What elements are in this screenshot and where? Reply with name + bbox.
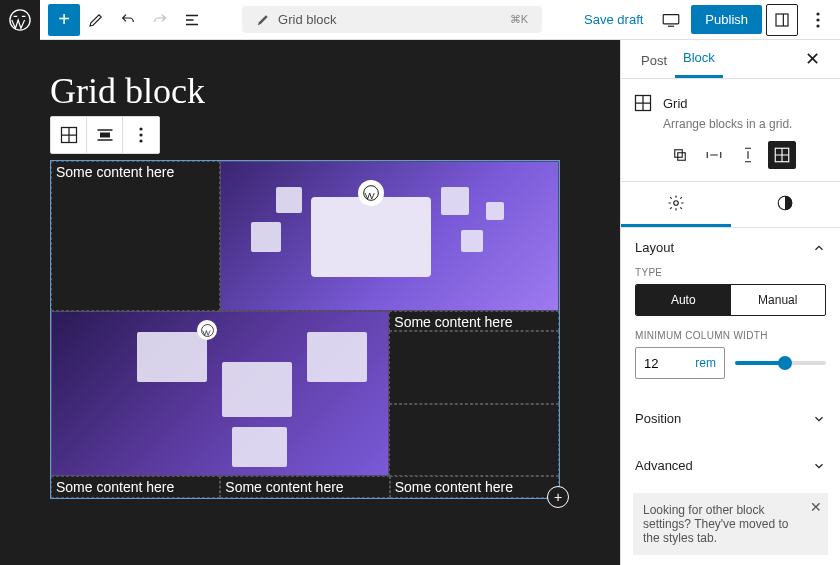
layout-type-manual[interactable]: Manual	[731, 285, 826, 315]
svg-rect-15	[677, 153, 685, 161]
transform-group-icon[interactable]	[666, 141, 694, 169]
settings-panel-toggle-icon[interactable]	[766, 4, 798, 36]
position-section-header[interactable]: Position	[621, 399, 840, 438]
settings-hint: Looking for other block settings? They'v…	[633, 493, 828, 555]
grid-block[interactable]: Some content here	[50, 160, 560, 499]
styles-tab-icon[interactable]	[731, 182, 841, 227]
svg-rect-7	[100, 133, 110, 138]
edit-tool-icon[interactable]	[80, 4, 112, 36]
grid-cell[interactable]: Some content here	[389, 311, 559, 331]
grid-cell[interactable]	[389, 331, 559, 404]
svg-point-5	[816, 24, 819, 27]
svg-rect-14	[674, 150, 682, 158]
pen-icon	[256, 13, 270, 27]
align-icon[interactable]	[87, 117, 123, 153]
tab-block[interactable]: Block	[675, 40, 723, 78]
add-block-button[interactable]: +	[48, 4, 80, 36]
grid-cell-image[interactable]	[51, 311, 389, 476]
transform-row-icon[interactable]	[700, 141, 728, 169]
shortcut-label: ⌘K	[510, 13, 528, 26]
svg-rect-1	[664, 14, 680, 23]
min-column-width-slider[interactable]	[735, 347, 826, 379]
svg-point-4	[816, 18, 819, 21]
grid-cell[interactable]: Some content here	[220, 476, 389, 498]
settings-tab-icon[interactable]	[621, 182, 731, 227]
layout-type-auto[interactable]: Auto	[636, 285, 731, 315]
tab-post[interactable]: Post	[633, 43, 675, 78]
preview-icon[interactable]	[655, 4, 687, 36]
svg-point-3	[816, 12, 819, 15]
grid-cell-image[interactable]	[220, 161, 559, 311]
chevron-down-icon	[812, 459, 826, 473]
grid-cell[interactable]	[389, 404, 559, 477]
wordpress-logo[interactable]	[0, 0, 40, 40]
grid-cell[interactable]: Some content here	[51, 161, 220, 311]
add-block-inline-button[interactable]: +	[547, 486, 569, 508]
post-title[interactable]: Grid block	[50, 70, 600, 112]
document-title-bar[interactable]: Grid block ⌘K	[242, 6, 542, 33]
undo-icon[interactable]	[112, 4, 144, 36]
block-name: Grid	[663, 96, 688, 111]
svg-rect-2	[776, 14, 788, 26]
settings-sidebar: Post Block ✕ Grid Arrange blocks in a gr…	[620, 40, 840, 565]
more-block-options-icon[interactable]	[123, 117, 159, 153]
grid-cell[interactable]: Some content here	[390, 476, 559, 498]
grid-block-icon[interactable]	[51, 117, 87, 153]
grid-icon	[633, 93, 653, 113]
dismiss-hint-icon[interactable]: ✕	[810, 499, 822, 515]
close-sidebar-icon[interactable]: ✕	[797, 40, 828, 78]
svg-point-9	[139, 133, 142, 136]
advanced-section-header[interactable]: Advanced	[621, 446, 840, 485]
editor-canvas[interactable]: Grid block Some content here	[0, 40, 620, 565]
document-title-text: Grid block	[278, 12, 337, 27]
chevron-up-icon	[812, 241, 826, 255]
layout-section-header[interactable]: Layout	[621, 228, 840, 267]
min-col-width-label: MINIMUM COLUMN WIDTH	[635, 330, 826, 341]
type-label: TYPE	[635, 267, 826, 278]
layout-type-toggle: Auto Manual	[635, 284, 826, 316]
redo-icon[interactable]	[144, 4, 176, 36]
block-toolbar	[50, 116, 160, 154]
more-options-icon[interactable]	[802, 4, 834, 36]
unit-selector[interactable]: rem	[695, 356, 716, 370]
transform-grid-icon[interactable]	[768, 141, 796, 169]
grid-cell[interactable]: Some content here	[51, 476, 220, 498]
svg-point-10	[139, 139, 142, 142]
editor-top-toolbar: + Grid block ⌘K Save draft Publish	[0, 0, 840, 40]
publish-button[interactable]: Publish	[691, 5, 762, 34]
svg-point-8	[139, 127, 142, 130]
save-draft-button[interactable]: Save draft	[576, 6, 651, 33]
chevron-down-icon	[812, 412, 826, 426]
document-overview-icon[interactable]	[176, 4, 208, 36]
svg-point-17	[674, 201, 679, 206]
block-description: Arrange blocks in a grid.	[663, 117, 828, 131]
min-column-width-input[interactable]: rem	[635, 347, 725, 379]
transform-stack-icon[interactable]	[734, 141, 762, 169]
